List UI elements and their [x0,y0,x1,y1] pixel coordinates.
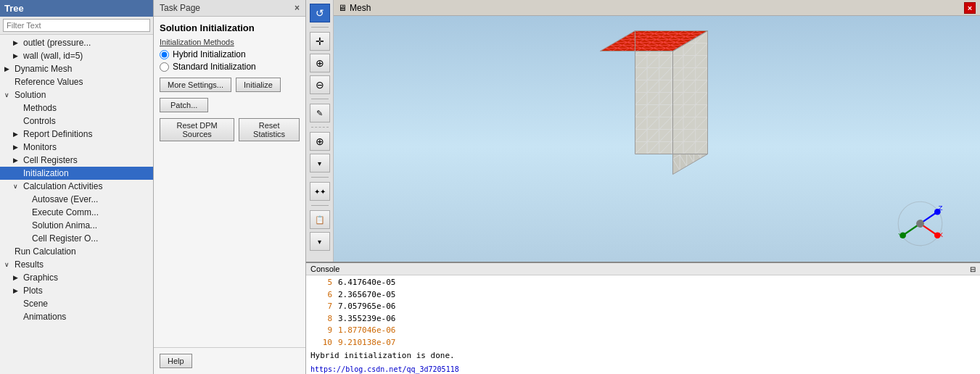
tree-label-scene: Scene [23,299,48,309]
light-button[interactable]: ✦✦ [310,182,330,201]
tree-item-reference-values[interactable]: Reference Values [0,75,153,88]
tree-item-report-defs[interactable]: ▶Report Definitions [0,128,153,141]
tree-label-cell-registers: Cell Registers [23,155,78,165]
tree-item-graphics[interactable]: ▶Graphics [0,271,153,284]
tree-item-plots[interactable]: ▶Plots [0,284,153,297]
tree-label-wall: wall (wall, id=5) [23,51,83,61]
filter-input[interactable] [3,19,150,32]
mesh-close-button[interactable]: × [964,2,976,14]
tree-arrow-outlet: ▶ [13,39,22,46]
tree-arrow-graphics: ▶ [13,274,22,281]
task-body: Solution Initialization Initialization M… [154,17,305,347]
console-row-1: 62.365670e-05 [310,289,976,302]
svg-point-8 [934,209,941,215]
standard-radio[interactable] [160,62,169,72]
tree-arrow-wall: ▶ [13,52,22,59]
tree-item-autosave[interactable]: Autosave (Ever... [0,193,153,206]
console-expand-icon[interactable]: ⊟ [970,265,976,273]
tree-label-initialization: Initialization [23,168,69,178]
tree-label-solution: Solution [15,90,46,100]
patch-button[interactable]: Patch... [160,98,208,112]
svg-point-9 [934,232,941,238]
mesh-title-text: Mesh [350,3,371,13]
tree-label-plots: Plots [23,286,43,296]
probe-button[interactable]: ✎ [310,104,330,122]
tree-item-dynamic-mesh[interactable]: ▶Dynamic Mesh [0,62,153,75]
mesh-title-icon: 🖥 [338,3,347,13]
tree-label-cell-register-o: Cell Register O... [32,233,98,244]
tree-label-monitors: Monitors [23,142,57,152]
snapshot-button[interactable]: 📋 [310,210,330,229]
collapse-button[interactable]: ▾ [310,154,330,173]
tree-arrow-solution: ∨ [4,91,13,99]
tree-label-methods: Methods [23,103,57,113]
patch-row: Patch... [160,98,300,112]
console-row-5: 109.210138e-07 [310,337,976,349]
console-header: Console ⊟ [306,263,980,275]
tree-item-methods[interactable]: Methods [0,101,153,115]
tree-item-controls[interactable]: Controls [0,115,153,128]
zoom-fit-button[interactable]: ⊕ [310,132,330,151]
tree-label-autosave: Autosave (Ever... [32,194,98,204]
console-panel: Console ⊟ 56.417640e-0562.365670e-0577.0… [306,262,980,374]
tree-content: ▶outlet (pressure...▶wall (wall, id=5)▶D… [0,35,153,374]
zoom-out-button[interactable]: ⊖ [310,75,330,94]
refresh-button[interactable]: ↺ [310,4,330,22]
mesh-titlebar: 🖥 Mesh × [334,0,980,16]
more-settings-button[interactable]: More Settings... [160,78,231,92]
initialize-button[interactable]: Initialize [236,78,281,92]
console-num-5: 10 [310,337,332,349]
tree-label-execute-comm: Execute Comm... [32,207,99,217]
tree-arrow-report-defs: ▶ [13,130,22,138]
tree-item-results[interactable]: ∨Results [0,258,153,271]
tree-item-wall[interactable]: ▶wall (wall, id=5) [0,49,153,62]
tree-header: Tree [0,0,153,17]
filter-box [0,17,153,35]
tree-item-outlet[interactable]: ▶outlet (pressure... [0,36,153,49]
console-body: 56.417640e-0562.365670e-0577.057965e-068… [306,275,980,374]
reset-stats-button[interactable]: Reset Statistics [239,118,300,141]
mesh-canvas [334,16,980,262]
svg-point-7 [916,220,924,228]
move-button[interactable]: ✛ [310,32,330,51]
axis-gizmo: Z X Y [897,200,944,247]
zoom-in-button[interactable]: ⊕ [310,54,330,72]
tree-item-monitors[interactable]: ▶Monitors [0,141,153,154]
tree-label-dynamic-mesh: Dynamic Mesh [15,64,72,74]
initialization-methods: Hybrid Initialization Standard Initializ… [160,49,300,72]
mesh-viewport: 🖥 Mesh × Z X Y [334,0,980,262]
tree-label-solution-anima: Solution Anima... [32,220,97,230]
tree-label-results: Results [15,259,44,270]
standard-radio-row: Standard Initialization [160,62,300,72]
console-message: Hybrid initialization is done. [310,349,976,364]
standard-label: Standard Initialization [173,62,256,72]
mesh-title-left: 🖥 Mesh [338,3,371,13]
reset-dpm-button[interactable]: Reset DPM Sources [160,118,234,141]
tree-item-run-calculation[interactable]: Run Calculation [0,245,153,258]
hybrid-radio-row: Hybrid Initialization [160,49,300,59]
tree-item-execute-comm[interactable]: Execute Comm... [0,206,153,219]
viewport-area: ↺ ✛ ⊕ ⊖ ✎ ⊕ ▾ ✦✦ 📋 ▾ 🖥 Mesh × [306,0,980,262]
tree-item-scene[interactable]: Scene [0,297,153,310]
tree-arrow-plots: ▶ [13,287,22,294]
console-num-0: 5 [310,277,332,289]
tree-item-calc-activities[interactable]: ∨Calculation Activities [0,180,153,193]
task-header-close[interactable]: × [295,3,300,13]
tree-item-solution-anima[interactable]: Solution Anima... [0,219,153,232]
console-label: Console [310,265,339,273]
settings-row: More Settings... Initialize [160,78,300,92]
tree-item-cell-register-o[interactable]: Cell Register O... [0,232,153,245]
tree-item-cell-registers[interactable]: ▶Cell Registers [0,154,153,167]
expand-button[interactable]: ▾ [310,232,330,251]
help-button[interactable]: Help [160,354,192,368]
tree-item-solution[interactable]: ∨Solution [0,88,153,101]
tree-arrow-cell-registers: ▶ [13,157,22,164]
right-panel: ↺ ✛ ⊕ ⊖ ✎ ⊕ ▾ ✦✦ 📋 ▾ 🖥 Mesh × [306,0,980,374]
tree-label-reference-values: Reference Values [15,77,83,87]
task-title: Solution Initialization [160,22,300,33]
tree-item-initialization[interactable]: Initialization [0,167,153,180]
tree-label-animations: Animations [23,312,66,322]
tree-arrow-results: ∨ [4,261,13,268]
hybrid-radio[interactable] [160,50,169,59]
tree-item-animations[interactable]: Animations [0,310,153,323]
